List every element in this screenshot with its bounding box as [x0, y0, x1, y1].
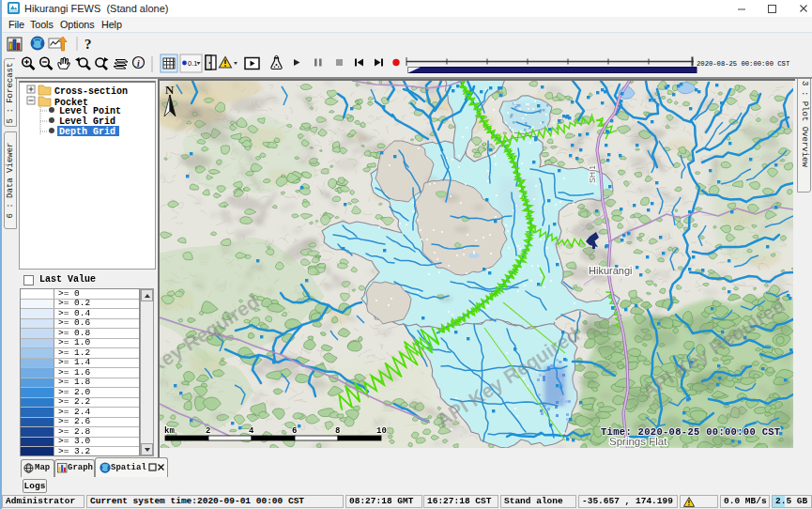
- svg-text:6: 6: [292, 426, 297, 436]
- svg-text:0.1: 0.1: [188, 59, 197, 68]
- svg-text:2020-08-25 00:00:00 CST: 2020-08-25 00:00:00 CST: [697, 60, 790, 68]
- svg-text:SH 1: SH 1: [588, 165, 597, 183]
- svg-text:Time: 2020-08-25 00:00:00 CST: Time: 2020-08-25 00:00:00 CST: [601, 426, 780, 438]
- svg-text:i: i: [137, 59, 140, 69]
- svg-text:Cross-section: Cross-section: [54, 86, 128, 97]
- svg-text:2: 2: [206, 426, 210, 436]
- svg-text:Hikurangi: Hikurangi: [589, 265, 632, 276]
- svg-text:Level Grid: Level Grid: [59, 116, 115, 127]
- svg-text:km: km: [164, 426, 175, 436]
- svg-text:N: N: [165, 83, 175, 97]
- svg-text:4: 4: [249, 426, 254, 436]
- svg-text:Depth Grid: Depth Grid: [59, 127, 115, 137]
- svg-text:?: ?: [84, 37, 92, 52]
- svg-text:Level Point: Level Point: [59, 106, 121, 116]
- svg-text:8: 8: [335, 426, 340, 436]
- svg-text:10: 10: [376, 426, 387, 436]
